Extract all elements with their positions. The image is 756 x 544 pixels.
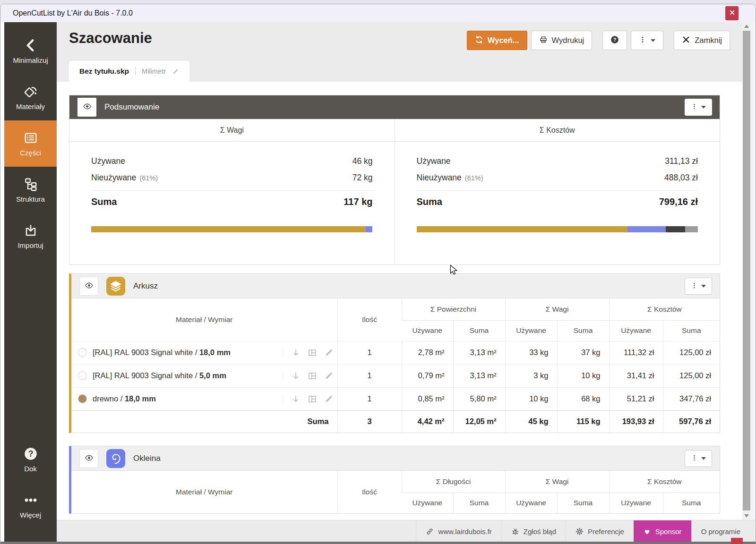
quantity-cell: 1 — [337, 341, 402, 364]
value-cell: 3,13 m² — [453, 364, 505, 387]
progress-segment — [627, 226, 665, 232]
costs-progress-bar — [417, 226, 698, 232]
heart-icon — [643, 527, 651, 536]
file-tab[interactable]: Bez tytułu.skp Milimetr — [69, 61, 189, 82]
material-row[interactable]: [RAL] RAL 9003 Signal white / 5,0 mm10,7… — [71, 364, 720, 387]
summary-visibility-toggle[interactable] — [77, 98, 96, 117]
window-bottom-edge — [0, 542, 756, 544]
sheet-material-icon — [106, 277, 125, 296]
scrollbar-thumb[interactable] — [743, 31, 750, 510]
cutting-diagram-icon[interactable] — [308, 348, 317, 357]
progress-segment — [417, 226, 628, 232]
edge-visibility-toggle[interactable] — [79, 449, 98, 468]
sheet-visibility-toggle[interactable] — [79, 277, 98, 296]
total-row: Suma 3 4,42 m² 12,05 m² 45 kg 115 kg 193… — [71, 410, 720, 433]
close-page-button[interactable]: Zamknij — [674, 31, 730, 50]
scroll-up-arrow[interactable] — [742, 22, 751, 30]
status-item-preferences[interactable]: Preferencje — [566, 520, 634, 542]
sheet-menu-button[interactable] — [685, 278, 712, 295]
value-cell: 68 kg — [557, 387, 609, 410]
summary-panel-header: Podsumowanie — [69, 95, 720, 119]
summary-panel-title: Podsumowanie — [104, 102, 159, 112]
window-close-button[interactable] — [725, 6, 739, 20]
parts-list-icon — [24, 131, 38, 145]
sidebar-item-minimalizuj[interactable]: Minimalizuj — [4, 28, 57, 74]
edit-material-icon[interactable] — [324, 371, 334, 381]
summary-row: Nieużywane(61%) 72 kg — [91, 170, 373, 186]
material-row[interactable]: drewno / 18,0 mm10,85 m²5,80 m²10 kg68 k… — [71, 387, 720, 410]
scope-down-icon[interactable] — [291, 394, 301, 404]
status-item-website[interactable]: www.lairdubois.fr — [416, 520, 501, 542]
sheet-panel-header: Arkusz — [71, 274, 720, 298]
sidebar-item-struktura[interactable]: Struktura — [4, 167, 57, 213]
main-area: Szacowanie Wyceń... Wydrukuj ? — [57, 22, 756, 520]
col-subheader-used: Używane — [505, 493, 557, 513]
sidebar-item-materialy[interactable]: Materiały — [4, 74, 57, 120]
cutting-diagram-icon[interactable] — [308, 371, 317, 381]
sidebar-item-dok[interactable]: ?Dok — [4, 436, 57, 483]
sidebar-item-label: Materiały — [16, 102, 45, 110]
chevron-down-icon — [651, 39, 655, 42]
refresh-icon — [475, 35, 483, 46]
x-icon — [682, 35, 690, 46]
divider — [91, 190, 373, 191]
status-item-label: Preferencje — [588, 527, 624, 536]
col-header-material: Materiał / Wymiar — [71, 471, 337, 513]
sidebar: MinimalizujMateriałyCzęściStrukturaImpor… — [4, 22, 57, 542]
quantity-cell: 1 — [337, 364, 402, 387]
summary-menu-button[interactable] — [685, 99, 712, 116]
col-group-weight: Σ Wagi — [505, 471, 609, 493]
scroll-down-arrow[interactable] — [742, 512, 751, 520]
sidebar-item-importuj[interactable]: Importuj — [4, 213, 57, 259]
sidebar-item-label: Części — [20, 149, 41, 157]
col-subheader-used: Używane — [402, 320, 453, 341]
status-item-label: Zgłoś błąd — [524, 527, 556, 536]
row-actions — [283, 348, 334, 357]
eye-icon — [85, 453, 94, 464]
summary-body: Σ Wagi Używane 46 kg Nieużywane(61%) 72 … — [69, 119, 720, 264]
chevron-down-icon — [701, 457, 706, 460]
tree-icon — [24, 177, 38, 191]
more-menu-button[interactable] — [631, 31, 663, 50]
material-color-swatch — [78, 371, 87, 380]
value-cell: 0,85 m² — [402, 387, 453, 410]
col-subheader-sum: Suma — [557, 493, 609, 513]
edit-unit-icon[interactable] — [172, 68, 179, 75]
progress-segment — [685, 226, 698, 232]
col-group-weight: Σ Wagi — [505, 298, 609, 320]
cutting-diagram-icon[interactable] — [308, 394, 317, 404]
status-item-sponsor[interactable]: Sponsor — [634, 520, 691, 542]
titlebar[interactable]: OpenCutList by L'Air du Bois - 7.0.0 — [0, 4, 756, 22]
status-item-report-bug[interactable]: Zgłoś błąd — [501, 520, 566, 542]
edit-material-icon[interactable] — [324, 348, 334, 357]
help-icon: ? — [610, 35, 619, 46]
edge-material-icon — [106, 449, 125, 468]
print-button[interactable]: Wydrukuj — [531, 31, 593, 50]
scrollbar[interactable] — [742, 22, 751, 520]
import-icon — [24, 223, 38, 238]
kebab-icon — [691, 454, 698, 463]
summary-column-costs: Σ Kosztów Używane 311,13 zł Nieużywane(6… — [395, 119, 720, 264]
col-group-length: Σ Długości — [402, 471, 505, 493]
help-button[interactable]: ? — [602, 31, 627, 50]
edge-menu-button[interactable] — [685, 450, 712, 467]
col-header-qty: Ilość — [337, 298, 402, 341]
eye-icon — [85, 281, 94, 291]
value-cell: 125,00 zł — [663, 341, 720, 364]
summary-panel: Podsumowanie Σ Wagi Używane 46 kg — [69, 95, 720, 265]
estimate-button[interactable]: Wyceń... — [467, 31, 527, 50]
svg-text:?: ? — [28, 449, 33, 459]
scope-down-icon[interactable] — [291, 348, 301, 357]
edit-material-icon[interactable] — [324, 394, 334, 404]
material-row[interactable]: [RAL] RAL 9003 Signal white / 18,0 mm12,… — [71, 341, 720, 364]
sidebar-item-wiecej[interactable]: Więcej — [4, 483, 57, 529]
progress-segment — [666, 226, 686, 232]
kebab-icon — [639, 36, 646, 45]
value-cell: 51,21 zł — [609, 387, 663, 410]
value-cell: 125,00 zł — [663, 364, 720, 387]
scope-down-icon[interactable] — [291, 371, 301, 381]
material-cell: [RAL] RAL 9003 Signal white / 18,0 mm — [71, 341, 337, 364]
material-color-swatch — [78, 348, 87, 357]
progress-segment — [91, 226, 366, 232]
sidebar-item-czesci[interactable]: Części — [4, 120, 57, 167]
